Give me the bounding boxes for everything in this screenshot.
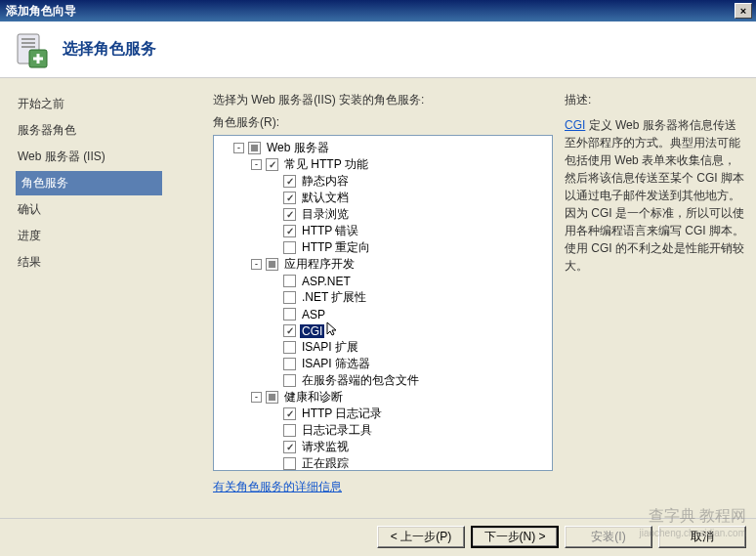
window-title: 添加角色向导 — [4, 3, 735, 20]
tree-node-label[interactable]: 应用程序开发 — [282, 256, 357, 273]
wizard-footer: < 上一步(P) 下一步(N) > 安装(I) 取消 — [0, 518, 756, 555]
tree-node[interactable]: .NET 扩展性 — [216, 289, 550, 306]
tree-node[interactable]: 日志记录工具 — [216, 422, 550, 439]
sidebar-item[interactable]: 角色服务 — [16, 171, 162, 195]
title-bar: 添加角色向导 × — [0, 0, 756, 21]
tree-node[interactable]: ASP.NET — [216, 273, 550, 289]
desc-body: 定义 Web 服务器将信息传送至外部程序的方式。典型用法可能包括使用 Web 表… — [565, 118, 744, 273]
install-button: 安装(I) — [565, 526, 652, 548]
tree-node[interactable]: 目录浏览 — [216, 206, 550, 223]
expand-icon[interactable]: - — [251, 159, 262, 170]
tree-node[interactable]: -常见 HTTP 功能 — [216, 156, 550, 173]
tree-node[interactable]: 静态内容 — [216, 173, 550, 190]
next-button[interactable]: 下一步(N) > — [471, 526, 559, 548]
tree-node-label[interactable]: HTTP 重定向 — [300, 239, 372, 256]
tree-node-label[interactable]: 目录浏览 — [300, 206, 351, 223]
tree-node-label[interactable]: 正在跟踪 — [300, 455, 351, 471]
tree-node-label[interactable]: HTTP 错误 — [300, 223, 360, 239]
checkbox[interactable] — [283, 175, 296, 188]
checkbox[interactable] — [283, 457, 296, 470]
tree-node-label[interactable]: 在服务器端的包含文件 — [300, 372, 421, 389]
checkbox[interactable] — [283, 192, 296, 204]
checkbox[interactable] — [248, 142, 261, 154]
tree-node[interactable]: 请求监视 — [216, 439, 550, 455]
tree-node-label[interactable]: ASP.NET — [300, 275, 353, 288]
prev-button[interactable]: < 上一步(P) — [377, 526, 465, 548]
tree-node-label[interactable]: ISAPI 扩展 — [300, 339, 360, 356]
content-area: 开始之前服务器角色Web 服务器 (IIS)角色服务确认进度结果 选择为 Web… — [0, 78, 756, 518]
tree-node-label[interactable]: 健康和诊断 — [282, 389, 345, 406]
sidebar-item[interactable]: 进度 — [16, 224, 195, 248]
checkbox[interactable] — [266, 158, 278, 171]
tree-node[interactable]: -Web 服务器 — [216, 140, 550, 156]
cancel-button[interactable]: 取消 — [658, 526, 746, 548]
header-icon — [12, 30, 51, 69]
checkbox[interactable] — [266, 258, 278, 271]
checkbox[interactable] — [283, 358, 296, 370]
tree-node[interactable]: 默认文档 — [216, 190, 550, 206]
expand-icon[interactable]: - — [251, 392, 262, 403]
tree-node[interactable]: 正在跟踪 — [216, 455, 550, 471]
tree-node-label[interactable]: HTTP 日志记录 — [300, 406, 384, 422]
tree-label: 角色服务(R): — [213, 114, 553, 131]
checkbox[interactable] — [283, 324, 296, 337]
tree-node-label[interactable]: 静态内容 — [300, 173, 351, 190]
desc-text: CGI 定义 Web 服务器将信息传送至外部程序的方式。典型用法可能包括使用 W… — [565, 116, 746, 275]
tree-node-label[interactable]: ISAPI 筛选器 — [300, 356, 372, 372]
checkbox[interactable] — [283, 208, 296, 221]
role-services-tree[interactable]: -Web 服务器-常见 HTTP 功能静态内容默认文档目录浏览HTTP 错误HT… — [213, 135, 553, 471]
cursor-icon — [326, 321, 340, 340]
close-button[interactable]: × — [735, 3, 752, 19]
wizard-sidebar: 开始之前服务器角色Web 服务器 (IIS)角色服务确认进度结果 — [0, 78, 195, 518]
tree-node[interactable]: HTTP 日志记录 — [216, 406, 550, 422]
checkbox[interactable] — [266, 391, 278, 404]
expand-icon[interactable]: - — [233, 143, 244, 153]
checkbox[interactable] — [283, 374, 296, 387]
tree-node[interactable]: ASP — [216, 306, 550, 322]
sidebar-item[interactable]: 开始之前 — [16, 92, 195, 116]
svg-rect-2 — [21, 42, 35, 44]
tree-node[interactable]: HTTP 重定向 — [216, 239, 550, 256]
sidebar-item[interactable]: 结果 — [16, 250, 195, 275]
tree-node[interactable]: -健康和诊断 — [216, 389, 550, 406]
sidebar-item[interactable]: 服务器角色 — [16, 118, 195, 143]
page-title: 选择角色服务 — [63, 39, 156, 60]
main-panel: 选择为 Web 服务器(IIS) 安装的角色服务: 角色服务(R): -Web … — [195, 78, 561, 518]
tree-node-label[interactable]: .NET 扩展性 — [300, 289, 368, 306]
tree-node[interactable]: 在服务器端的包含文件 — [216, 372, 550, 389]
svg-rect-1 — [21, 38, 35, 40]
sidebar-item[interactable]: 确认 — [16, 197, 195, 222]
tree-node-label[interactable]: Web 服务器 — [265, 140, 331, 156]
checkbox[interactable] — [283, 291, 296, 304]
tree-node-label[interactable]: 请求监视 — [300, 439, 351, 455]
tree-node[interactable]: HTTP 错误 — [216, 223, 550, 239]
description-panel: 描述: CGI 定义 Web 服务器将信息传送至外部程序的方式。典型用法可能包括… — [561, 78, 756, 518]
tree-node[interactable]: CGI — [216, 322, 550, 339]
sidebar-item[interactable]: Web 服务器 (IIS) — [16, 145, 195, 169]
tree-node-label[interactable]: 默认文档 — [300, 190, 351, 206]
checkbox[interactable] — [283, 407, 296, 420]
wizard-header: 选择角色服务 — [0, 21, 756, 78]
svg-rect-3 — [21, 46, 35, 48]
prompt-label: 选择为 Web 服务器(IIS) 安装的角色服务: — [213, 92, 553, 108]
tree-node-label[interactable]: CGI — [300, 324, 324, 338]
checkbox[interactable] — [283, 225, 296, 237]
expand-icon[interactable]: - — [251, 259, 262, 270]
tree-node[interactable]: ISAPI 扩展 — [216, 339, 550, 356]
checkbox[interactable] — [283, 341, 296, 354]
tree-node-label[interactable]: 常见 HTTP 功能 — [282, 156, 370, 173]
checkbox[interactable] — [283, 424, 296, 437]
tree-node-label[interactable]: ASP — [300, 308, 327, 321]
tree-node[interactable]: ISAPI 筛选器 — [216, 356, 550, 372]
tree-node[interactable]: -应用程序开发 — [216, 256, 550, 273]
desc-link[interactable]: CGI — [565, 118, 585, 132]
checkbox[interactable] — [283, 241, 296, 254]
tree-node-label[interactable]: 日志记录工具 — [300, 422, 374, 439]
checkbox[interactable] — [283, 275, 296, 287]
checkbox[interactable] — [283, 308, 296, 321]
checkbox[interactable] — [283, 441, 296, 453]
more-info-link[interactable]: 有关角色服务的详细信息 — [213, 479, 553, 495]
desc-title: 描述: — [565, 92, 746, 108]
